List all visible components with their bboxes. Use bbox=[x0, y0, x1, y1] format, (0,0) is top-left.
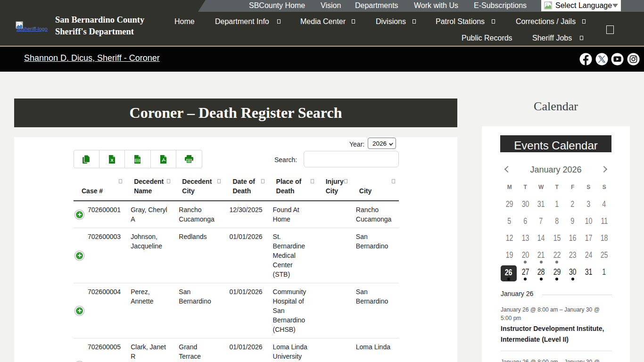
svg-text:csv: csv bbox=[136, 159, 140, 162]
svg-text:X: X bbox=[110, 158, 113, 163]
